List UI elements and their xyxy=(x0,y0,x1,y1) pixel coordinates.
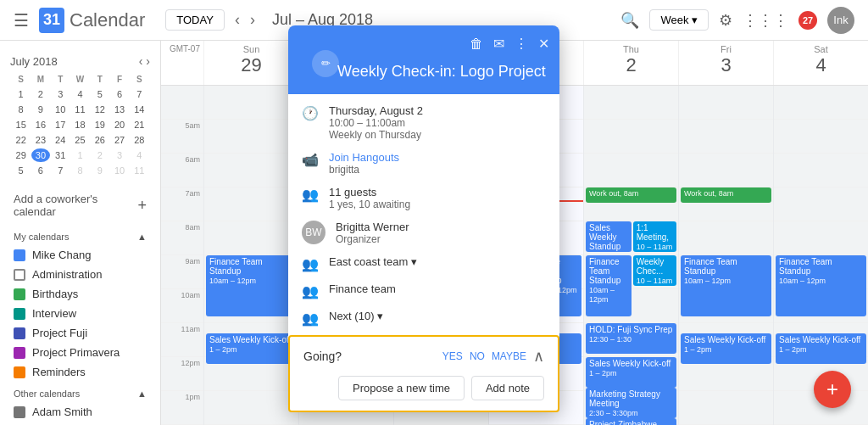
mini-cal-day[interactable]: 25 xyxy=(71,133,89,147)
mini-cal-day[interactable]: 11 xyxy=(71,103,89,116)
settings-icon[interactable]: ⚙ xyxy=(719,11,732,30)
mini-cal-day[interactable]: 10 xyxy=(52,103,70,116)
group3-expand[interactable]: ▾ xyxy=(377,310,383,322)
modal-more-button[interactable]: ⋮ xyxy=(511,32,531,55)
mini-next-button[interactable]: › xyxy=(146,54,150,68)
rsvp-yes[interactable]: YES xyxy=(442,350,463,362)
event-thu-marketing[interactable]: Marketing Strategy Meeting2:30 – 3:30pm xyxy=(586,388,676,418)
mini-cal-day[interactable]: 13 xyxy=(110,103,128,116)
calendar-checkbox[interactable] xyxy=(14,249,25,261)
mini-cal-day[interactable]: 4 xyxy=(131,148,148,162)
mini-cal-day[interactable]: 3 xyxy=(110,148,128,162)
view-selector[interactable]: Week ▾ xyxy=(649,9,709,31)
modal-email-button[interactable]: ✉ xyxy=(490,32,508,55)
calendar-checkbox[interactable] xyxy=(14,327,25,339)
event-fri-workout[interactable]: Work out, 8am xyxy=(681,187,771,203)
event-thu-fuji[interactable]: HOLD: Fuji Sync Prep12:30 – 1:30 xyxy=(586,323,676,354)
mini-cal-day[interactable]: 9 xyxy=(31,103,49,116)
event-thu-workout[interactable]: Work out, 8am xyxy=(586,187,676,203)
mini-cal-day[interactable]: 23 xyxy=(31,133,49,147)
mini-cal-day[interactable]: 19 xyxy=(91,118,108,131)
mini-cal-day[interactable]: 1 xyxy=(12,87,30,101)
event-thu-sales-standup[interactable]: Sales Weekly Standup9 – 10am xyxy=(586,221,632,252)
mini-cal-day[interactable]: 31 xyxy=(52,148,70,162)
rsvp-maybe[interactable]: MAYBE xyxy=(492,350,526,362)
event-sun-finance[interactable]: Finance Team Standup10am – 12pm xyxy=(206,255,297,316)
modal-close-button[interactable]: ✕ xyxy=(535,32,553,55)
menu-icon[interactable]: ☰ xyxy=(14,10,29,31)
propose-time-button[interactable]: Propose a new time xyxy=(338,376,465,400)
my-calendar-item[interactable]: Administration xyxy=(0,265,160,284)
mini-cal-day[interactable]: 7 xyxy=(131,87,148,101)
rsvp-no[interactable]: NO xyxy=(470,350,485,362)
mini-cal-day[interactable]: 11 xyxy=(131,164,148,177)
my-calendar-item[interactable]: Project Fuji xyxy=(0,323,160,343)
search-icon[interactable]: 🔍 xyxy=(620,11,639,30)
apps-icon[interactable]: ⋮⋮⋮ xyxy=(743,11,788,30)
mini-cal-day[interactable]: 5 xyxy=(12,164,30,177)
user-avatar[interactable]: Ink xyxy=(827,7,854,34)
next-button[interactable]: › xyxy=(247,8,259,32)
mini-cal-day[interactable]: 8 xyxy=(71,164,89,177)
other-calendar-item[interactable]: Brigitta Werner xyxy=(0,422,160,425)
my-calendar-item[interactable]: Project Primavera xyxy=(0,343,160,362)
mini-cal-day[interactable]: 2 xyxy=(31,87,49,101)
mini-cal-day[interactable]: 10 xyxy=(110,164,128,177)
mini-cal-day[interactable]: 6 xyxy=(31,164,49,177)
event-sat-finance[interactable]: Finance Team Standup10am – 12pm xyxy=(776,255,866,316)
event-thu-sales-kickoff[interactable]: Sales Weekly Kick-off1 – 2pm xyxy=(586,357,676,388)
mini-cal-day[interactable]: 15 xyxy=(12,118,30,131)
calendar-checkbox[interactable] xyxy=(14,347,25,359)
mini-cal-day[interactable]: 24 xyxy=(52,133,70,147)
mini-cal-day[interactable]: 7 xyxy=(52,164,70,177)
mini-cal-day[interactable]: 20 xyxy=(110,118,128,131)
calendar-checkbox[interactable] xyxy=(14,406,25,418)
mini-cal-day[interactable]: 6 xyxy=(110,87,128,101)
event-sun-sales[interactable]: Sales Weekly Kick-off1 – 2pm xyxy=(206,333,297,364)
event-fri-sales[interactable]: Sales Weekly Kick-off1 – 2pm xyxy=(681,333,771,364)
event-thu-1on1[interactable]: 1:1 Meeting,10 – 11am xyxy=(633,221,676,252)
mini-cal-day[interactable]: 27 xyxy=(110,133,128,147)
mini-cal-day[interactable]: 30 xyxy=(31,148,49,162)
mini-cal-day[interactable]: 2 xyxy=(91,148,108,162)
my-calendar-item[interactable]: Mike Chang xyxy=(0,245,160,265)
my-calendars-collapse-icon[interactable]: ▲ xyxy=(137,232,147,242)
mini-cal-day[interactable]: 12 xyxy=(91,103,108,116)
mini-cal-day[interactable]: 18 xyxy=(71,118,89,131)
mini-cal-day[interactable]: 9 xyxy=(91,164,108,177)
event-fri-finance[interactable]: Finance Team Standup10am – 12pm xyxy=(681,255,771,316)
other-calendars-collapse-icon[interactable]: ▲ xyxy=(137,389,147,399)
calendar-checkbox[interactable] xyxy=(14,308,25,320)
notification-badge[interactable]: 27 xyxy=(798,11,817,30)
modal-delete-button[interactable]: 🗑 xyxy=(466,32,487,55)
today-button[interactable]: TODAY xyxy=(165,9,225,31)
event-thu-finance-standup[interactable]: Finance Team Standup10am – 12pm xyxy=(586,255,632,316)
event-thu-weekly-checkin[interactable]: Weekly Chec...10 – 11am xyxy=(633,255,676,286)
rsvp-collapse-icon[interactable]: ∧ xyxy=(533,347,544,366)
mini-cal-day[interactable]: 21 xyxy=(131,118,148,131)
mini-cal-day[interactable]: 14 xyxy=(131,103,148,116)
event-sat-sales[interactable]: Sales Weekly Kick-off1 – 2pm xyxy=(776,333,866,364)
mini-cal-day[interactable]: 26 xyxy=(91,133,108,147)
my-calendar-item[interactable]: Reminders xyxy=(0,362,160,382)
event-thu-zimbabwe[interactable]: Project Zimbabwe4 – 5pm xyxy=(586,418,676,425)
mini-cal-day[interactable]: 29 xyxy=(12,148,30,162)
add-note-button[interactable]: Add note xyxy=(471,376,544,400)
mini-cal-day[interactable]: 4 xyxy=(71,87,89,101)
other-calendar-item[interactable]: Adam Smith xyxy=(0,402,160,422)
mini-cal-day[interactable]: 17 xyxy=(52,118,70,131)
my-calendar-item[interactable]: Interview xyxy=(0,304,160,323)
calendar-checkbox[interactable] xyxy=(14,366,25,378)
video-link[interactable]: Join Hangouts xyxy=(329,151,399,164)
calendar-checkbox[interactable] xyxy=(14,269,25,281)
prev-button[interactable]: ‹ xyxy=(231,8,243,32)
mini-cal-day[interactable]: 8 xyxy=(12,103,30,116)
mini-cal-day[interactable]: 28 xyxy=(131,133,148,147)
mini-cal-day[interactable]: 22 xyxy=(12,133,30,147)
mini-cal-day[interactable]: 16 xyxy=(31,118,49,131)
create-event-fab[interactable]: + xyxy=(814,371,851,408)
calendar-checkbox[interactable] xyxy=(14,288,25,300)
mini-prev-button[interactable]: ‹ xyxy=(139,54,143,68)
group1-expand[interactable]: ▾ xyxy=(411,255,417,268)
add-coworker-button[interactable]: Add a coworker's calendar + xyxy=(0,186,160,225)
